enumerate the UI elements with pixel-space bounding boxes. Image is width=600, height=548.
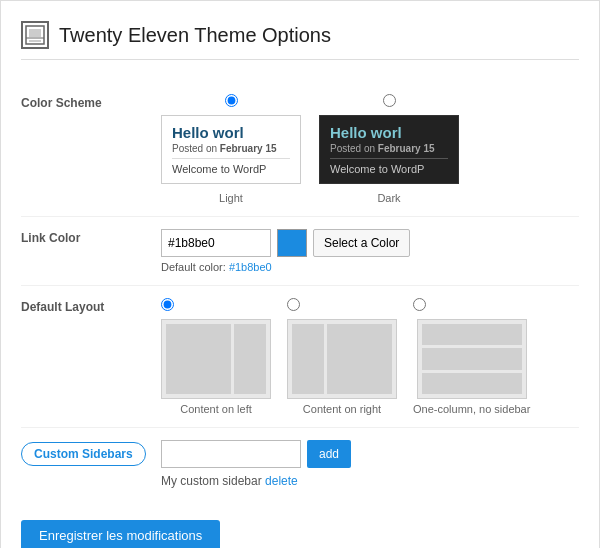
layout-right-radio[interactable] bbox=[287, 298, 300, 311]
layout-one-label: One-column, no sidebar bbox=[413, 403, 530, 415]
page-title: Twenty Eleven Theme Options bbox=[59, 24, 331, 47]
default-layout-section: Default Layout Content on left bbox=[21, 286, 579, 428]
select-color-button[interactable]: Select a Color bbox=[313, 229, 410, 257]
color-scheme-section: Color Scheme Hello worl Posted on Februa… bbox=[21, 82, 579, 217]
layout-right-main bbox=[327, 324, 392, 394]
scheme-light-radio[interactable] bbox=[225, 94, 238, 107]
svg-rect-1 bbox=[29, 29, 41, 37]
link-color-swatch[interactable] bbox=[277, 229, 307, 257]
layout-left-preview[interactable] bbox=[161, 319, 271, 399]
scheme-light-body: Welcome to WordP bbox=[172, 163, 290, 175]
layout-one-row3 bbox=[422, 373, 522, 394]
layout-option-right: Content on right bbox=[287, 298, 397, 415]
link-color-input[interactable]: #1b8be0 bbox=[161, 229, 271, 257]
custom-sidebars-field: add bbox=[161, 440, 579, 468]
layout-left-label: Content on left bbox=[180, 403, 252, 415]
custom-sidebars-label-cell: Custom Sidebars bbox=[21, 440, 161, 466]
layout-options: Content on left Content on right bbox=[161, 298, 579, 415]
scheme-dark-title: Hello worl bbox=[330, 124, 448, 141]
custom-sidebars-content: add My custom sidebar delete bbox=[161, 440, 579, 488]
layout-option-one: One-column, no sidebar bbox=[413, 298, 530, 415]
page-title-row: Twenty Eleven Theme Options bbox=[21, 21, 579, 60]
scheme-light-label: Light bbox=[219, 192, 243, 204]
default-layout-content: Content on left Content on right bbox=[161, 298, 579, 415]
color-scheme-label: Color Scheme bbox=[21, 94, 161, 110]
my-sidebar-text: My custom sidebar delete bbox=[161, 474, 579, 488]
layout-option-left: Content on left bbox=[161, 298, 271, 415]
link-color-content: #1b8be0 Select a Color Default color: #1… bbox=[161, 229, 579, 273]
my-sidebar-name: My custom sidebar bbox=[161, 474, 262, 488]
layout-right-preview[interactable] bbox=[287, 319, 397, 399]
custom-sidebars-section: Custom Sidebars add My custom sidebar de… bbox=[21, 428, 579, 500]
page-wrap: Twenty Eleven Theme Options Color Scheme… bbox=[0, 0, 600, 548]
layout-right-label: Content on right bbox=[303, 403, 381, 415]
default-color-text: Default color: #1b8be0 bbox=[161, 261, 579, 273]
layout-one-row1 bbox=[422, 324, 522, 345]
default-color-prefix: Default color: bbox=[161, 261, 226, 273]
custom-sidebars-label: Custom Sidebars bbox=[21, 442, 146, 466]
default-color-link[interactable]: #1b8be0 bbox=[229, 261, 272, 273]
scheme-dark-label: Dark bbox=[377, 192, 400, 204]
scheme-dark-radio[interactable] bbox=[383, 94, 396, 107]
scheme-dark-body: Welcome to WordP bbox=[330, 163, 448, 175]
color-scheme-content: Hello worl Posted on February 15 Welcome… bbox=[161, 94, 579, 204]
svg-rect-3 bbox=[29, 40, 41, 42]
sidebar-name-input[interactable] bbox=[161, 440, 301, 468]
theme-icon bbox=[21, 21, 49, 49]
scheme-light-date: Posted on February 15 bbox=[172, 143, 290, 154]
layout-one-radio[interactable] bbox=[413, 298, 426, 311]
scheme-dark-radio-row bbox=[383, 94, 396, 107]
add-sidebar-button[interactable]: add bbox=[307, 440, 351, 468]
link-color-row: #1b8be0 Select a Color bbox=[161, 229, 579, 257]
default-layout-label: Default Layout bbox=[21, 298, 161, 314]
delete-sidebar-link[interactable]: delete bbox=[265, 474, 298, 488]
layout-left-radio[interactable] bbox=[161, 298, 174, 311]
layout-left-main bbox=[166, 324, 231, 394]
scheme-dark-preview[interactable]: Hello worl Posted on February 15 Welcome… bbox=[319, 115, 459, 184]
layout-one-preview[interactable] bbox=[417, 319, 527, 399]
scheme-options: Hello worl Posted on February 15 Welcome… bbox=[161, 94, 579, 204]
scheme-light-radio-row bbox=[225, 94, 238, 107]
layout-left-sidebar bbox=[234, 324, 266, 394]
scheme-dark-date: Posted on February 15 bbox=[330, 143, 448, 154]
layout-one-row2 bbox=[422, 348, 522, 369]
layout-right-sidebar bbox=[292, 324, 324, 394]
scheme-light-title: Hello worl bbox=[172, 124, 290, 141]
scheme-light-preview[interactable]: Hello worl Posted on February 15 Welcome… bbox=[161, 115, 301, 184]
scheme-option-light: Hello worl Posted on February 15 Welcome… bbox=[161, 94, 301, 204]
save-btn-row: Enregistrer les modifications bbox=[21, 520, 579, 548]
link-color-section: Link Color #1b8be0 Select a Color Defaul… bbox=[21, 217, 579, 286]
scheme-option-dark: Hello worl Posted on February 15 Welcome… bbox=[319, 94, 459, 204]
link-color-label: Link Color bbox=[21, 229, 161, 245]
save-button[interactable]: Enregistrer les modifications bbox=[21, 520, 220, 548]
